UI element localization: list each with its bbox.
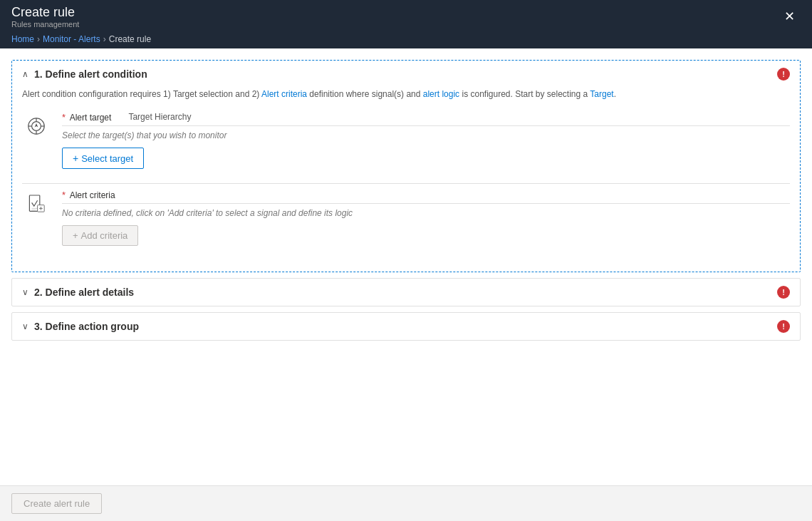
section-define-action-group: ∨ 3. Define action group !: [11, 312, 801, 341]
page-title-block: Create rule Rules management: [11, 5, 79, 29]
section-define-alert-condition: ∧ 1. Define alert condition ! Alert cond…: [11, 60, 801, 272]
alert-criteria-label: Alert criteria: [70, 190, 115, 200]
error-badge-1: !: [777, 68, 790, 81]
chevron-down-icon-2: ∨: [22, 287, 28, 297]
accordion-header-3[interactable]: ∨ 3. Define action group !: [12, 313, 800, 340]
section-2-title: 2. Define alert details: [34, 287, 134, 298]
section-description: Alert condition configuration requires 1…: [22, 88, 790, 100]
breadcrumb-monitor-alerts[interactable]: Monitor - Alerts: [43, 34, 100, 44]
plus-icon-disabled: +: [73, 230, 78, 241]
section-define-alert-details: ∨ 2. Define alert details !: [11, 278, 801, 306]
page-subtitle: Rules management: [11, 20, 79, 29]
alert-target-icon: [22, 112, 51, 140]
alert-target-row: * Alert target Target Hierarchy Select t…: [22, 112, 790, 169]
alert-criteria-content: * Alert criteria No criteria defined, cl…: [62, 190, 790, 246]
main-content: ∧ 1. Define alert condition ! Alert cond…: [0, 48, 812, 485]
field-divider: [22, 183, 790, 184]
alert-criteria-hint: No criteria defined, click on 'Add crite…: [62, 208, 790, 218]
plus-icon: +: [73, 153, 78, 164]
accordion-body-1: Alert condition configuration requires 1…: [12, 88, 800, 272]
section-1-title: 1. Define alert condition: [34, 68, 147, 80]
select-target-label: Select target: [81, 153, 133, 164]
alert-target-label: Alert target: [70, 113, 112, 123]
add-criteria-label: Add criteria: [81, 230, 128, 241]
target-hierarchy-label: Target Hierarchy: [128, 112, 191, 123]
page-title: Create rule: [11, 5, 79, 20]
section-3-title: 3. Define action group: [34, 321, 139, 332]
chevron-up-icon: ∧: [22, 69, 28, 79]
chevron-down-icon-3: ∨: [22, 321, 28, 331]
accordion-header-2[interactable]: ∨ 2. Define alert details !: [12, 279, 800, 306]
error-badge-3: !: [777, 320, 790, 333]
error-badge-2: !: [777, 286, 790, 299]
accordion-header-1[interactable]: ∧ 1. Define alert condition !: [12, 61, 800, 88]
top-bar: Create rule Rules management ✕: [0, 0, 812, 33]
alert-criteria-row: * Alert criteria No criteria defined, cl…: [22, 190, 790, 246]
breadcrumb: Home › Monitor - Alerts › Create rule: [0, 33, 812, 48]
svg-marker-6: [35, 123, 38, 128]
close-button[interactable]: ✕: [779, 6, 801, 27]
select-target-button[interactable]: + Select target: [62, 148, 144, 169]
footer: Create alert rule: [0, 485, 812, 521]
breadcrumb-home[interactable]: Home: [11, 34, 34, 44]
alert-target-content: * Alert target Target Hierarchy Select t…: [62, 112, 790, 169]
alert-criteria-icon: [22, 190, 51, 218]
add-criteria-button[interactable]: + Add criteria: [62, 225, 138, 246]
create-alert-rule-button[interactable]: Create alert rule: [11, 493, 102, 514]
breadcrumb-current: Create rule: [109, 34, 151, 44]
alert-target-hint: Select the target(s) that you wish to mo…: [62, 130, 790, 140]
